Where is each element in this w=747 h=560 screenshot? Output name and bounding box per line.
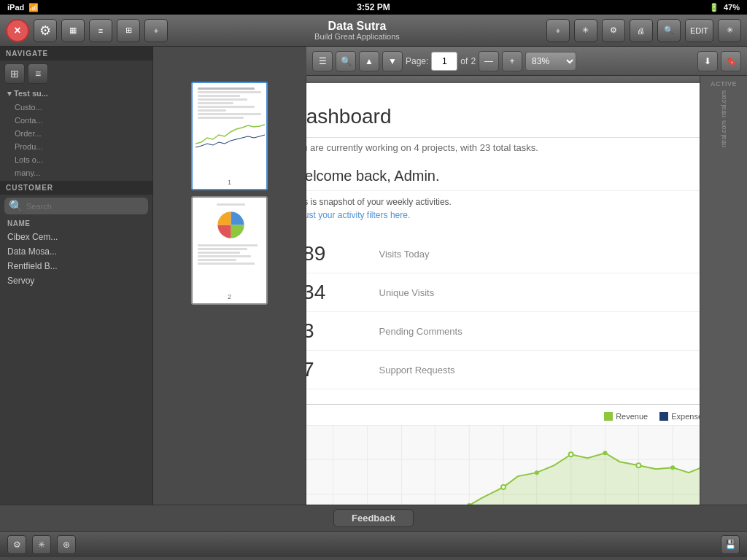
battery-icon: 🔋 xyxy=(709,3,719,12)
print-icon: 🖨 xyxy=(637,26,645,35)
welcome-title: Welcome back, Admin. xyxy=(306,168,700,184)
zoom-out-button[interactable]: — xyxy=(479,51,499,71)
unique-label: Unique Visits xyxy=(379,287,435,298)
thumbnail-2[interactable]: 2 xyxy=(191,196,268,305)
tree-child-order[interactable]: Order... xyxy=(0,127,152,140)
svg-point-24 xyxy=(568,452,573,456)
doc-subtitle: You are currently working on 4 projects,… xyxy=(306,142,700,153)
tree-child-many[interactable]: many... xyxy=(0,166,152,179)
list-view-button[interactable]: ≡ xyxy=(28,63,48,84)
doc-title: Dashboard xyxy=(306,105,700,138)
page-number-input[interactable] xyxy=(431,52,457,71)
thumbnail-1[interactable]: 1 xyxy=(191,82,268,190)
sidebar: NAVIGATE ⊞ ≡ ▾ Test su... Custo... Conta… xyxy=(0,47,153,505)
settings-button[interactable]: ⚙ xyxy=(34,19,57,42)
stat-row-comments: 13 Pending Comments xyxy=(306,312,700,351)
view-list-button[interactable]: ≡ xyxy=(89,19,112,42)
edit-label: EDIT xyxy=(690,26,708,35)
customer-row-data[interactable]: Data Mosa... xyxy=(0,244,152,259)
main-area: NAVIGATE ⊞ ≡ ▾ Test su... Custo... Conta… xyxy=(0,47,747,505)
more-button[interactable]: ✳ xyxy=(718,19,741,42)
bottom-save-button[interactable]: 💾 xyxy=(721,535,740,554)
snapshot-text: This is snapshot of your weekly activiti… xyxy=(306,197,700,207)
tree-child-conta[interactable]: Conta... xyxy=(0,114,152,127)
battery-label: 47% xyxy=(724,3,740,12)
view-columns-button[interactable]: ⊞ xyxy=(117,19,140,42)
tree-parent-item[interactable]: ▾ Test su... xyxy=(0,87,152,101)
wifi-icon: 📶 xyxy=(28,3,39,12)
more-icon: ✳ xyxy=(727,26,733,35)
print-button[interactable]: 🖨 xyxy=(630,19,653,42)
bottom-settings-button[interactable]: ⚙ xyxy=(7,535,26,554)
bookmark-button[interactable]: 🔖 xyxy=(721,51,741,71)
bottom-toolbar: ⚙ ✳ ⊕ 💾 xyxy=(0,531,747,557)
download-button[interactable]: ⬇ xyxy=(697,51,718,71)
search-button[interactable]: 🔍 xyxy=(657,19,681,42)
asterisk-icon: ✳ xyxy=(582,26,589,35)
pdf-toolbar: ☰ 🔍 ▲ ▼ Page: of 2 — + 83% 100% 125% 150… xyxy=(306,47,747,76)
close-button[interactable]: × xyxy=(6,19,29,42)
status-time: 3:52 PM xyxy=(357,2,390,12)
search-box: 🔍 xyxy=(4,198,148,214)
thumbnail-2-image xyxy=(196,201,266,292)
customer-header: CUSTOMER xyxy=(0,181,152,195)
zoom-in-button[interactable]: + xyxy=(502,51,522,71)
customer-row-servoy[interactable]: Servoy xyxy=(0,273,152,288)
search-input[interactable] xyxy=(26,202,144,211)
email-2: ntral.com xyxy=(720,120,727,147)
share-button[interactable]: + xyxy=(546,19,570,42)
asterisk-button[interactable]: ✳ xyxy=(574,19,597,42)
customer-row-cibex[interactable]: Cibex Cem... xyxy=(0,230,152,244)
unique-number: 634 xyxy=(306,281,379,304)
add2-icon: + xyxy=(556,26,560,35)
tree-child-lots[interactable]: Lots o... xyxy=(0,153,152,166)
status-bar: iPad 📶 3:52 PM 🔋 47% xyxy=(0,0,747,15)
expenses-legend: Expenses xyxy=(659,412,700,421)
support-number: 17 xyxy=(306,358,379,381)
svg-point-26 xyxy=(636,463,640,467)
page-total: 2 xyxy=(471,56,476,66)
grid-view-button[interactable]: ⊞ xyxy=(4,63,25,84)
of-label: of xyxy=(460,56,468,66)
active-label: ACTIVE xyxy=(711,79,737,88)
document-page: Dashboard You are currently working on 4… xyxy=(306,83,700,505)
svg-point-23 xyxy=(534,470,538,475)
expenses-dot xyxy=(659,412,668,421)
tree-child-produ[interactable]: Produ... xyxy=(0,140,152,153)
gear2-button[interactable]: ⚙ xyxy=(602,19,625,42)
zoom-select[interactable]: 83% 100% 125% 150% xyxy=(525,52,576,71)
app-subtitle: Build Great Applications xyxy=(172,32,542,41)
bottom-asterisk-button[interactable]: ✳ xyxy=(32,535,51,554)
thumbnail-1-image xyxy=(196,86,266,177)
status-left: iPad 📶 xyxy=(7,3,39,12)
gear2-icon: ⚙ xyxy=(610,26,617,35)
page-up-button[interactable]: ▲ xyxy=(359,51,379,71)
view-grid-button[interactable]: ▦ xyxy=(61,19,85,42)
columns-icon: ⊞ xyxy=(125,26,132,35)
app-title-area: Data Sutra Build Great Applications xyxy=(172,20,542,42)
plus-icon: + xyxy=(154,26,158,35)
add-button[interactable]: + xyxy=(144,19,168,42)
sidebar-toggle-button[interactable]: ☰ xyxy=(312,51,333,71)
bottom-share-button[interactable]: ⊕ xyxy=(57,535,76,554)
search-icon: 🔍 xyxy=(664,26,674,35)
customer-row-rentfield[interactable]: Rentfield B... xyxy=(0,259,152,273)
svg-point-22 xyxy=(501,485,506,489)
visits-number: 789 xyxy=(306,242,379,265)
name-column-header: Name xyxy=(0,217,152,230)
status-right: 🔋 47% xyxy=(709,3,740,12)
visits-label: Visits Today xyxy=(379,249,430,260)
chart-legend: Revenue Expenses xyxy=(306,412,700,421)
feedback-button[interactable]: Feedback xyxy=(333,509,414,527)
revenue-dot xyxy=(604,412,613,421)
pdf-search-button[interactable]: 🔍 xyxy=(336,51,356,71)
filter-link[interactable]: Adjust your activity filters here. xyxy=(306,210,700,220)
search-small-icon: 🔍 xyxy=(9,199,23,213)
tree-child-custo[interactable]: Custo... xyxy=(0,101,152,114)
edit-button[interactable]: EDIT xyxy=(685,19,713,42)
expenses-legend-label: Expenses xyxy=(671,412,700,421)
page-down-button[interactable]: ▼ xyxy=(382,51,403,71)
svg-point-25 xyxy=(603,451,607,455)
close-icon: × xyxy=(14,24,20,37)
stat-row-visits: 789 Visits Today xyxy=(306,235,700,273)
